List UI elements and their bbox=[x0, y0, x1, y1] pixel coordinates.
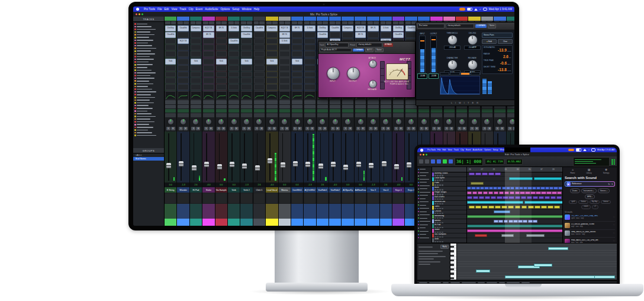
insert-slot[interactable]: CloudVrb bbox=[330, 25, 340, 31]
track-header[interactable]: Pads bbox=[432, 182, 466, 187]
pro-limiter-plugin-window[interactable]: Pro Limiter <factory default> COMPARE Na… bbox=[416, 22, 514, 106]
status-item[interactable] bbox=[462, 282, 476, 283]
send-slot[interactable] bbox=[216, 78, 227, 84]
group-assign[interactable] bbox=[405, 113, 416, 117]
insert-slot[interactable]: D-Verb bbox=[381, 25, 391, 31]
mute-button[interactable]: M bbox=[272, 127, 276, 130]
insert-slot[interactable] bbox=[165, 39, 176, 44]
mute-button[interactable] bbox=[439, 184, 441, 185]
insert-slot[interactable] bbox=[191, 39, 201, 44]
track-header[interactable]: Voc Samples bbox=[432, 233, 466, 238]
send-slot[interactable] bbox=[216, 84, 227, 90]
mute-button[interactable]: M bbox=[234, 127, 239, 130]
mute-button[interactable]: M bbox=[399, 127, 403, 130]
preset-selector[interactable]: <factory default> bbox=[356, 43, 382, 47]
solo-button[interactable]: S bbox=[407, 127, 411, 130]
insert-slot[interactable] bbox=[304, 32, 315, 38]
compare-button[interactable]: COMPARE bbox=[353, 49, 364, 52]
automation-mode[interactable] bbox=[317, 109, 328, 113]
send-slot[interactable] bbox=[254, 84, 265, 90]
favorite-icon[interactable]: ♡ bbox=[613, 216, 615, 219]
record-button[interactable] bbox=[434, 213, 436, 214]
solo-button[interactable]: S bbox=[255, 127, 259, 130]
comments-box[interactable] bbox=[266, 193, 277, 203]
output-selector[interactable] bbox=[381, 105, 391, 108]
insert-slot[interactable] bbox=[254, 51, 265, 57]
user-pill-icon[interactable] bbox=[459, 8, 465, 11]
insert-slot[interactable] bbox=[165, 51, 176, 57]
send-slot[interactable] bbox=[254, 78, 265, 84]
pan-knob[interactable] bbox=[307, 119, 313, 125]
output-selector[interactable] bbox=[368, 105, 378, 108]
send-slot[interactable] bbox=[165, 65, 176, 71]
track-name-plate[interactable]: Vox 4 bbox=[380, 187, 392, 193]
send-slot[interactable] bbox=[241, 65, 252, 71]
input-button[interactable] bbox=[442, 208, 443, 209]
audio-clip[interactable] bbox=[534, 177, 562, 180]
menu-file[interactable]: File bbox=[157, 8, 162, 11]
mc77-plugin-window[interactable]: Track A:1 SpaceKey Preset <factory defau… bbox=[318, 41, 416, 98]
send-slot[interactable]: Verb bbox=[165, 59, 176, 65]
group-assign[interactable] bbox=[381, 113, 391, 117]
insert-slot[interactable] bbox=[241, 39, 252, 44]
clip-block[interactable] bbox=[479, 196, 484, 199]
solo-button[interactable]: S bbox=[204, 127, 208, 130]
mute-button[interactable]: M bbox=[500, 127, 504, 130]
solo-button[interactable]: S bbox=[458, 127, 462, 130]
input-button[interactable] bbox=[442, 194, 443, 195]
tag-chip[interactable]: vocals bbox=[581, 205, 590, 209]
channel-strip[interactable]: BF-76VerbSM0.0DontWrk1 bbox=[291, 17, 304, 226]
track-name-plate[interactable]: VoxRide2 bbox=[329, 187, 341, 193]
clip-block[interactable] bbox=[475, 172, 481, 175]
group-list-item[interactable]: Bud Stems bbox=[133, 157, 164, 161]
hold-button[interactable]: Hold bbox=[482, 39, 497, 44]
clip-block[interactable] bbox=[557, 191, 562, 194]
sends-slots[interactable] bbox=[177, 58, 189, 91]
channel-strip[interactable]: CompressVerbSM2.6Hi Pad bbox=[190, 17, 202, 226]
mute-button[interactable]: M bbox=[336, 127, 340, 130]
output-selector[interactable] bbox=[342, 105, 353, 108]
automation-mode[interactable] bbox=[342, 109, 353, 113]
sample-result-row[interactable]: LO_live135_goldcoat_78-minkeys · soul · … bbox=[565, 222, 615, 230]
comments-box[interactable] bbox=[241, 193, 252, 203]
send-slot[interactable] bbox=[304, 78, 315, 84]
midi-note[interactable] bbox=[548, 247, 568, 250]
input-selector[interactable] bbox=[317, 100, 328, 104]
send-slot[interactable] bbox=[228, 65, 239, 71]
solo-button[interactable] bbox=[437, 184, 439, 185]
solo-button[interactable] bbox=[437, 232, 439, 233]
track-name-plate[interactable]: VoxRide1 bbox=[317, 187, 329, 193]
mute-button[interactable]: M bbox=[411, 127, 416, 130]
mute-button[interactable]: M bbox=[310, 127, 314, 130]
transport-record-button[interactable] bbox=[449, 159, 453, 164]
mute-button[interactable]: M bbox=[513, 127, 514, 130]
send-slot[interactable] bbox=[228, 59, 239, 65]
eq-curve-thumbnail[interactable] bbox=[241, 91, 252, 100]
clip-block[interactable] bbox=[549, 187, 553, 190]
send-slot[interactable] bbox=[191, 72, 201, 78]
group-assign[interactable] bbox=[317, 113, 328, 117]
automation-mode[interactable] bbox=[507, 109, 514, 113]
input-selector[interactable] bbox=[228, 100, 239, 104]
input-button[interactable] bbox=[442, 175, 443, 176]
input-button[interactable] bbox=[442, 217, 443, 219]
eq-curve-thumbnail[interactable] bbox=[178, 91, 188, 100]
insert-slot[interactable]: CloudVrb bbox=[165, 32, 176, 38]
mute-button[interactable] bbox=[439, 175, 441, 176]
inserts-slots[interactable]: Compress bbox=[190, 25, 202, 58]
main-counter[interactable]: 36| 1| 000 bbox=[455, 158, 483, 166]
output-selector[interactable] bbox=[203, 105, 214, 108]
track-header[interactable]: 808 Drums bbox=[432, 196, 466, 201]
insert-slot[interactable] bbox=[266, 51, 277, 57]
inserts-slots[interactable]: EQ3 7-BBF-76 bbox=[202, 25, 214, 58]
group-assign[interactable] bbox=[203, 113, 214, 117]
clip-block[interactable] bbox=[485, 196, 490, 199]
auto-button[interactable]: AUTO bbox=[365, 48, 373, 53]
automation-mode[interactable] bbox=[279, 109, 290, 113]
clip-block[interactable] bbox=[541, 191, 546, 194]
window-traffic-lights[interactable] bbox=[136, 14, 143, 15]
fader-section[interactable] bbox=[177, 132, 189, 182]
battery-icon[interactable] bbox=[467, 8, 472, 11]
pan-knob[interactable] bbox=[269, 119, 275, 125]
insert-slot[interactable]: EQ3 7-B bbox=[355, 25, 366, 31]
